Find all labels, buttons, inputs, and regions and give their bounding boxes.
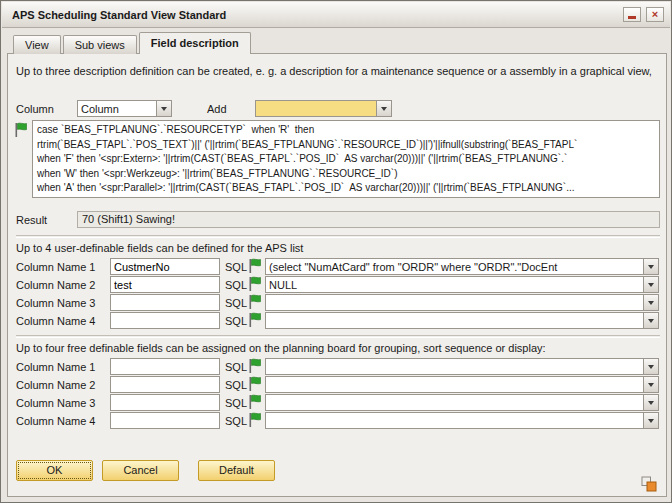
- column-name-label: Column Name 2: [16, 279, 95, 291]
- sql-flag-icon[interactable]: [248, 312, 262, 328]
- column-name-label: Column Name 4: [16, 315, 95, 327]
- chevron-down-icon: [643, 395, 658, 410]
- close-button[interactable]: ×: [646, 7, 664, 22]
- column-name-input[interactable]: [110, 358, 220, 375]
- column-name-input[interactable]: [110, 412, 220, 429]
- sql-flag-icon[interactable]: [248, 258, 262, 274]
- chevron-down-icon: [643, 359, 658, 374]
- description-code-editor[interactable]: case `BEAS_FTPLANUNG`.`RESOURCETYP` when…: [32, 120, 660, 198]
- sql-label: SQL: [225, 361, 247, 373]
- title-bar[interactable]: APS Scheduling Standard View Standard ×: [2, 2, 670, 28]
- chevron-down-icon: [643, 413, 658, 428]
- tab-view[interactable]: View: [13, 35, 61, 54]
- result-label: Result: [16, 214, 47, 226]
- column-name-input[interactable]: [110, 276, 220, 293]
- sql-flag-icon[interactable]: [248, 294, 262, 310]
- sql-flag-icon[interactable]: [248, 394, 262, 410]
- tab-sub-views[interactable]: Sub views: [63, 35, 137, 54]
- column-name-input[interactable]: [110, 394, 220, 411]
- add-dropdown[interactable]: [255, 100, 392, 117]
- sql-label: SQL: [225, 297, 247, 309]
- column-name-input[interactable]: [110, 294, 220, 311]
- sql-dropdown[interactable]: [265, 376, 659, 393]
- column-name-label: Column Name 2: [16, 379, 95, 391]
- close-icon: ×: [652, 9, 658, 20]
- expand-form-icon[interactable]: [641, 476, 657, 492]
- sql-flag-icon[interactable]: [248, 276, 262, 292]
- chevron-down-icon: [643, 259, 658, 274]
- column-dropdown[interactable]: Column: [77, 100, 172, 117]
- column-name-label: Column Name 3: [16, 297, 95, 309]
- sql-dropdown[interactable]: (select "NumAtCard" from "ORDR" where "O…: [265, 258, 659, 275]
- chevron-down-icon: [643, 277, 658, 292]
- board-row-1: Column Name 1 SQL: [8, 358, 666, 376]
- sql-dropdown[interactable]: NULL: [265, 276, 659, 293]
- column-name-input[interactable]: [110, 376, 220, 393]
- column-label: Column: [16, 103, 54, 115]
- sql-label: SQL: [225, 261, 247, 273]
- column-name-label: Column Name 1: [16, 261, 95, 273]
- tab-panel: Up to three description definition can b…: [7, 53, 667, 497]
- sql-dropdown[interactable]: [265, 412, 659, 429]
- tab-field-description[interactable]: Field description: [139, 32, 251, 54]
- aps-row-1: Column Name 1 SQL (select "NumAtCard" fr…: [8, 258, 666, 276]
- column-name-label: Column Name 1: [16, 361, 95, 373]
- default-button[interactable]: Default: [198, 460, 275, 481]
- description-flag-icon[interactable]: [14, 122, 28, 138]
- ok-button[interactable]: OK: [16, 460, 93, 481]
- column-name-label: Column Name 4: [16, 415, 95, 427]
- chevron-down-icon: [643, 295, 658, 310]
- aps-row-4: Column Name 4 SQL: [8, 312, 666, 330]
- add-label: Add: [207, 103, 227, 115]
- column-name-input[interactable]: [110, 258, 220, 275]
- sql-dropdown-value: NULL: [269, 278, 641, 292]
- section-divider: [16, 235, 660, 237]
- window-title: APS Scheduling Standard View Standard: [12, 9, 618, 21]
- sql-dropdown[interactable]: [265, 394, 659, 411]
- board-row-4: Column Name 4 SQL: [8, 412, 666, 430]
- sql-label: SQL: [225, 397, 247, 409]
- sql-label: SQL: [225, 279, 247, 291]
- chevron-down-icon: [643, 377, 658, 392]
- section-divider: [16, 335, 660, 337]
- sql-dropdown[interactable]: [265, 294, 659, 311]
- result-field: 70 (Shift1) Sawing!: [77, 211, 660, 228]
- column-dropdown-value: Column: [81, 102, 154, 116]
- sql-dropdown-value: (select "NumAtCard" from "ORDR" where "O…: [269, 260, 641, 274]
- sql-flag-icon[interactable]: [248, 358, 262, 374]
- chevron-down-icon: [643, 313, 658, 328]
- aps-scheduling-dialog: APS Scheduling Standard View Standard × …: [0, 0, 672, 503]
- cancel-button[interactable]: Cancel: [102, 460, 179, 481]
- board-row-3: Column Name 3 SQL: [8, 394, 666, 412]
- sql-label: SQL: [225, 379, 247, 391]
- tab-bar: View Sub views Field description: [13, 32, 253, 54]
- sql-label: SQL: [225, 415, 247, 427]
- minimize-icon: [628, 16, 636, 19]
- description-intro-text: Up to three description definition can b…: [16, 64, 658, 78]
- chevron-down-icon: [376, 101, 391, 116]
- board-row-2: Column Name 2 SQL: [8, 376, 666, 394]
- board-intro-text: Up to four free definable fields can be …: [16, 341, 658, 355]
- minimize-button[interactable]: [623, 7, 641, 22]
- sql-dropdown[interactable]: [265, 358, 659, 375]
- sql-dropdown[interactable]: [265, 312, 659, 329]
- aps-row-3: Column Name 3 SQL: [8, 294, 666, 312]
- chevron-down-icon: [156, 101, 171, 116]
- sql-label: SQL: [225, 315, 247, 327]
- sql-flag-icon[interactable]: [248, 376, 262, 392]
- column-name-label: Column Name 3: [16, 397, 95, 409]
- aps-row-2: Column Name 2 SQL NULL: [8, 276, 666, 294]
- aps-intro-text: Up to 4 user-definable fields can be def…: [16, 241, 658, 255]
- sql-flag-icon[interactable]: [248, 412, 262, 428]
- column-name-input[interactable]: [110, 312, 220, 329]
